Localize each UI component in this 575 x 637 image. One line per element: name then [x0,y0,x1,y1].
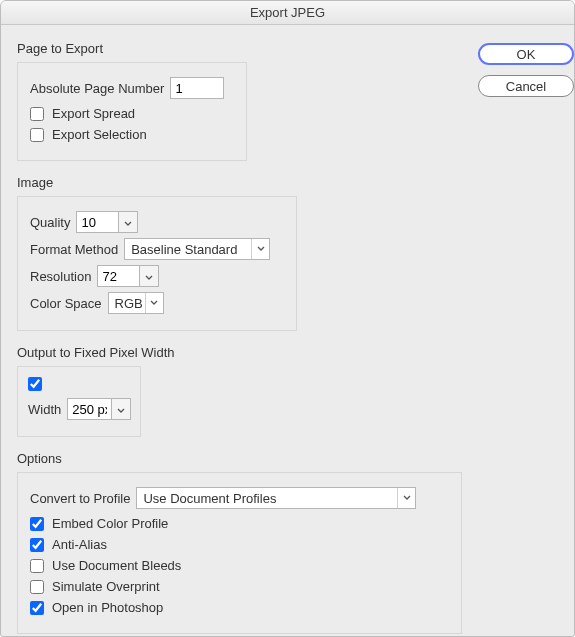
width-combo[interactable] [67,398,131,420]
options-heading: Options [17,451,462,466]
export-jpeg-dialog: Export JPEG Page to Export Absolute Page… [0,0,575,637]
width-label: Width [28,402,61,417]
page-export-heading: Page to Export [17,41,462,56]
export-selection-label: Export Selection [52,127,147,142]
anti-alias-checkbox[interactable] [30,538,44,552]
quality-dropdown-button[interactable] [118,211,138,233]
format-method-value: Baseline Standard [131,242,237,257]
embed-color-profile-label: Embed Color Profile [52,516,168,531]
use-document-bleeds-label: Use Document Bleeds [52,558,181,573]
width-input[interactable] [67,398,111,420]
open-in-photoshop-checkbox[interactable] [30,601,44,615]
chevron-down-icon [124,215,132,230]
quality-input[interactable] [76,211,118,233]
resolution-combo[interactable] [97,265,159,287]
color-space-select[interactable]: RGB [108,292,164,314]
use-document-bleeds-checkbox[interactable] [30,559,44,573]
ok-button[interactable]: OK [478,43,574,65]
options-group: Convert to Profile Use Document Profiles… [17,472,462,634]
quality-combo[interactable] [76,211,138,233]
convert-profile-select[interactable]: Use Document Profiles [136,487,416,509]
output-fixed-width-checkbox[interactable] [28,377,42,391]
open-in-photoshop-label: Open in Photoshop [52,600,163,615]
image-heading: Image [17,175,462,190]
page-export-group: Absolute Page Number Export Spread Expor… [17,62,247,161]
chevron-down-icon [251,239,269,259]
color-space-label: Color Space [30,296,102,311]
width-dropdown-button[interactable] [111,398,131,420]
chevron-down-icon [397,488,415,508]
format-method-label: Format Method [30,242,118,257]
convert-profile-value: Use Document Profiles [143,491,276,506]
absolute-page-number-label: Absolute Page Number [30,81,164,96]
absolute-page-number-input[interactable] [170,77,224,99]
chevron-down-icon [117,402,125,417]
simulate-overprint-label: Simulate Overprint [52,579,160,594]
export-spread-checkbox[interactable] [30,107,44,121]
output-heading: Output to Fixed Pixel Width [17,345,462,360]
quality-label: Quality [30,215,70,230]
resolution-input[interactable] [97,265,139,287]
dialog-title: Export JPEG [1,1,574,25]
image-group: Quality Format Method Baseline Standard [17,196,297,331]
chevron-down-icon [145,269,153,284]
color-space-value: RGB [115,296,143,311]
output-group: Width [17,366,141,437]
simulate-overprint-checkbox[interactable] [30,580,44,594]
chevron-down-icon [145,293,163,313]
resolution-label: Resolution [30,269,91,284]
anti-alias-label: Anti-Alias [52,537,107,552]
embed-color-profile-checkbox[interactable] [30,517,44,531]
format-method-select[interactable]: Baseline Standard [124,238,270,260]
export-spread-label: Export Spread [52,106,135,121]
convert-profile-label: Convert to Profile [30,491,130,506]
resolution-dropdown-button[interactable] [139,265,159,287]
cancel-button[interactable]: Cancel [478,75,574,97]
export-selection-checkbox[interactable] [30,128,44,142]
